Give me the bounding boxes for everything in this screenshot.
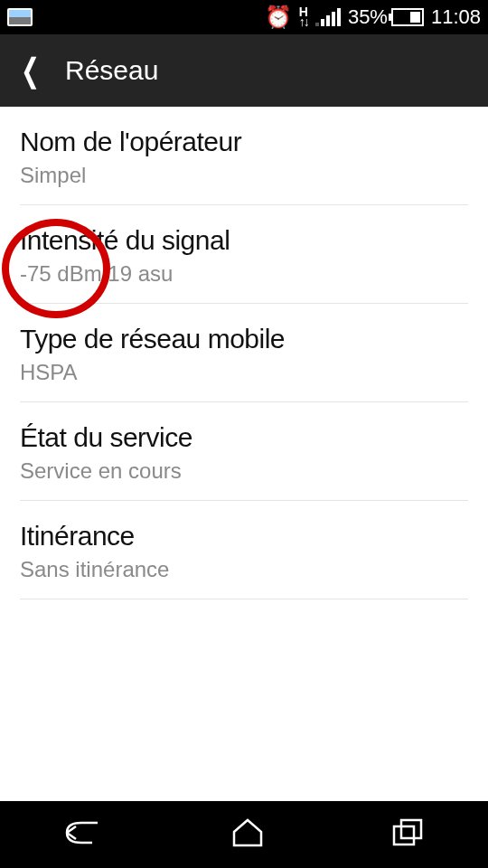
row-signal[interactable]: Intensité du signal -75 dBm 19 asu: [20, 205, 468, 304]
row-title: Type de réseau mobile: [20, 324, 468, 354]
signal-icon: [315, 8, 341, 26]
row-value: HSPA: [20, 360, 468, 385]
row-service-state[interactable]: État du service Service en cours: [20, 402, 468, 501]
nav-back-icon[interactable]: [63, 817, 105, 852]
row-title: Intensité du signal: [20, 225, 468, 256]
row-operator[interactable]: Nom de l'opérateur Simpel: [20, 107, 468, 205]
settings-list: Nom de l'opérateur Simpel Intensité du s…: [0, 107, 488, 599]
row-value: -75 dBm 19 asu: [20, 261, 468, 287]
row-value: Simpel: [20, 163, 468, 188]
row-title: État du service: [20, 422, 468, 453]
battery-icon: [391, 8, 424, 26]
row-network-type[interactable]: Type de réseau mobile HSPA: [20, 304, 468, 402]
clock: 11:08: [431, 5, 481, 29]
back-icon[interactable]: ❮: [21, 54, 40, 87]
row-title: Nom de l'opérateur: [20, 127, 468, 157]
app-header: ❮ Réseau: [0, 34, 488, 107]
screenshot-icon: [7, 8, 33, 26]
row-title: Itinérance: [20, 521, 468, 552]
page-title: Réseau: [65, 55, 158, 86]
row-value: Service en cours: [20, 458, 468, 484]
nav-recent-icon[interactable]: [390, 817, 425, 852]
alarm-icon: ⏰: [265, 6, 292, 28]
battery-percent: 35%: [348, 5, 388, 29]
system-nav-bar: [0, 801, 488, 868]
nav-home-icon[interactable]: [230, 817, 265, 852]
row-value: Sans itinérance: [20, 557, 468, 582]
battery-indicator: 35%: [348, 5, 424, 29]
row-roaming[interactable]: Itinérance Sans itinérance: [20, 501, 468, 599]
mobile-data-icon: H ↑↓: [299, 7, 308, 27]
svg-rect-0: [394, 826, 414, 844]
status-bar: ⏰ H ↑↓ 35% 11:08: [0, 0, 488, 34]
svg-rect-1: [401, 820, 421, 838]
